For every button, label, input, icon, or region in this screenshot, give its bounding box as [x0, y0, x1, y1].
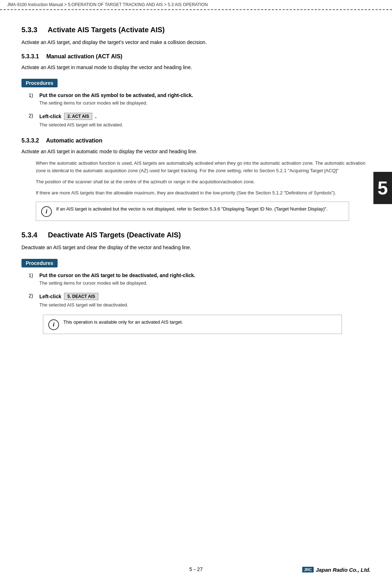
chapter-number: 5 [378, 177, 388, 199]
breadcrumb-text: JMA-9100 Instruction Manual > 5.OPERATIO… [7, 2, 208, 7]
section-5-3-3-title: 5.3.3 Activate AIS Targets (Activate AIS… [21, 26, 371, 34]
subsection-5-3-3-1-title: 5.3.3.1 Manual activation (ACT AIS) [21, 53, 371, 60]
subsection-5-3-3-2-title: 5.3.3.2 Automatic activation [21, 137, 371, 144]
step-2-533-title: Left-click 2. ACT AIS . [39, 113, 371, 120]
section-5-3-4: 5.3.4 Deactivate AIS Targets (Deactivate… [21, 231, 371, 334]
subsection-5-3-3-2: 5.3.3.2 Automatic activation Activate an… [21, 137, 371, 221]
company-name: Japan Radio Co., Ltd. [316, 567, 371, 573]
step-1-533-title: Put the cursor on the AIS symbol to be a… [39, 92, 371, 98]
note-533-2-2: If there are more AIS targets than the a… [36, 189, 371, 197]
step-1-534-desc: The setting items for cursor modes will … [39, 280, 371, 286]
step-1-534: 1) Put the cursor on the AIS target to b… [29, 272, 371, 287]
deact-ais-button[interactable]: 5. DEACT AIS [64, 293, 98, 300]
step-2-534-desc: The selected AIS target will be deactiva… [39, 302, 371, 308]
step-2-534-title: Left-click 5. DEACT AIS [39, 293, 371, 300]
info-box-534: i This operation is available only for a… [43, 315, 342, 334]
step-2-533: 2) Left-click 2. ACT AIS . The selected … [29, 113, 371, 129]
note-533-2-0: When the automatic activation function i… [36, 160, 371, 175]
info-text-533-2: If an AIS target is activated but the ve… [56, 206, 328, 213]
info-text-534: This operation is available only for an … [63, 319, 183, 326]
breadcrumb: JMA-9100 Instruction Manual > 5.OPERATIO… [0, 0, 392, 10]
procedures-badge-2: Procedures [21, 259, 58, 267]
page-footer: 5－27 JRC Japan Radio Co., Ltd. [0, 566, 392, 573]
info-box-533-2: i If an AIS target is activated but the … [36, 202, 349, 221]
step-2-534: 2) Left-click 5. DEACT AIS The selected … [29, 293, 371, 309]
step-1-534-title: Put the cursor on the AIS target to be d… [39, 272, 371, 278]
procedures-badge-1: Procedures [21, 79, 58, 87]
subsection-5-3-3-1: 5.3.3.1 Manual activation (ACT AIS) Acti… [21, 53, 371, 129]
info-icon-533-2: i [41, 206, 52, 217]
step-1-533-desc: The setting items for cursor modes will … [39, 100, 371, 106]
footer-logo: JRC Japan Radio Co., Ltd. [302, 567, 371, 573]
subsection-5-3-3-1-intro: Activate an AIS target in manual mode to… [21, 63, 371, 71]
note-533-2-1: The position of the scanner shall be at … [36, 178, 371, 186]
section-5-3-3-intro: Activate an AIS target, and display the … [21, 38, 371, 46]
act-ais-button[interactable]: 2. ACT AIS [64, 113, 92, 120]
page-container: JMA-9100 Instruction Manual > 5.OPERATIO… [0, 0, 392, 580]
info-icon-534: i [48, 319, 59, 330]
jrc-badge: JRC [302, 567, 314, 572]
step-2-533-desc: The selected AIS target will be activate… [39, 122, 371, 127]
chapter-tab: 5 [373, 172, 392, 204]
section-5-3-3: 5.3.3 Activate AIS Targets (Activate AIS… [21, 26, 371, 221]
step-1-533: 1) Put the cursor on the AIS symbol to b… [29, 92, 371, 107]
subsection-5-3-3-2-intro: Activate an AIS target in automatic mode… [21, 148, 371, 155]
section-5-3-4-intro: Deactivate an AIS target and clear the d… [21, 243, 371, 251]
main-content: 5.3.3 Activate AIS Targets (Activate AIS… [0, 10, 392, 353]
section-5-3-4-title: 5.3.4 Deactivate AIS Targets (Deactivate… [21, 231, 371, 239]
